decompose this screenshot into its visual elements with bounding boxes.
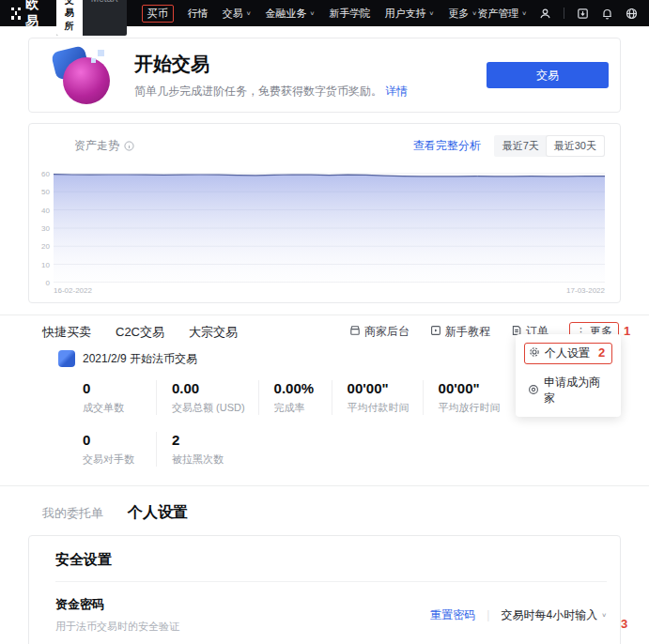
y-tick-label: 30 [41,223,50,232]
chart-x-axis: 16-02-2022 17-03-2022 [54,286,605,295]
brand-logo[interactable]: 欧易 [11,0,47,30]
y-tick-label: 40 [41,206,50,214]
tab-my-orders[interactable]: 我的委托单 [42,505,103,522]
main-nav: 买币 行情 交易∨ 金融业务∨ 新手学院 用户支持∨ 更多∨ [142,5,477,23]
y-tick-label: 60 [41,169,50,177]
avatar[interactable] [58,350,75,367]
merchant-portal-button[interactable]: 商家后台 [349,324,409,340]
fund-password-desc: 用于法币交易时的安全验证 [55,620,179,634]
trading-since-text: 2021/2/9 开始法币交易 [83,351,197,367]
details-link[interactable]: 详情 [385,84,408,98]
y-tick-label: 20 [41,242,50,251]
gear-icon [529,346,540,360]
mode-tab-metax[interactable]: MetaX [83,0,127,36]
brand-name: 欧易 [25,0,47,30]
trade-tabs: 快捷买卖 C2C交易 大宗交易 [42,324,238,341]
range-segmented-control: 最近7天 最近30天 [494,135,605,157]
reset-password-link[interactable]: 重置密码 [430,607,475,623]
tab-c2c-trade[interactable]: C2C交易 [116,324,164,341]
y-tick-label: 0 [46,279,50,287]
y-tick-label: 10 [41,260,50,268]
divider [55,581,607,582]
nav-item-markets[interactable]: 行情 [188,7,209,21]
stat-total-volume: 0.00 交易总额 (USD) [156,380,258,415]
annotation-step-2: 2 [598,345,605,360]
menu-item-apply-merchant[interactable]: 申请成为商家 [524,373,612,408]
hero-text: 开始交易 简单几步完成进阶任务，免费获得数字货币奖励。 详情 [134,52,408,100]
nav-item-academy[interactable]: 新手学院 [329,7,370,21]
bell-icon[interactable] [601,8,613,20]
chevron-down-icon: ∨ [310,10,316,17]
chevron-down-icon: ∨ [246,10,252,17]
stat-avg-payment-time: 00'00" 平均付款时间 [332,380,423,415]
stat-blocked-count: 2 被拉黑次数 [156,432,237,467]
okx-logo-icon [11,8,21,20]
start-trading-card: 开始交易 简单几步完成进阶任务，免费获得数字货币奖励。 详情 交易 [28,38,621,113]
assets-menu[interactable]: 资产管理∨ [477,7,527,21]
full-analysis-link[interactable]: 查看完整分析 [413,138,481,154]
nav-item-more[interactable]: 更多∨ [448,7,477,21]
mascot-illustration [52,46,110,104]
chevron-down-icon: ∨ [471,10,477,17]
page-title: 开始交易 [134,52,408,77]
security-section-title: 安全设置 [55,551,607,569]
stat-avg-release-time: 00'00" 平均放行时间 [423,380,514,415]
asset-area-chart [54,168,605,283]
mode-tab-exchange[interactable]: 交易所 [56,0,83,36]
annotation-step-1: 1 [624,324,630,338]
tab-block-trade[interactable]: 大宗交易 [189,324,238,341]
storefront-icon [349,325,361,339]
password-frequency-select[interactable]: 交易时每4小时输入 ∨ [501,607,607,623]
hero-subtitle: 简单几步完成进阶任务，免费获得数字货币奖励。 详情 [134,84,408,100]
y-tick-label: 50 [41,188,50,196]
annotation-step-3: 3 [621,617,627,631]
nav-item-trade[interactable]: 交易∨ [223,7,252,21]
chevron-down-icon: ∨ [428,10,434,17]
stat-completed-orders: 0 成交单数 [83,380,156,415]
chevron-down-icon: ∨ [521,10,527,17]
x-label-start: 16-02-2022 [54,286,92,295]
nav-divider [564,8,564,19]
nav-item-support[interactable]: 用户支持∨ [384,7,434,21]
nav-item-buy-crypto[interactable]: 买币 [142,5,174,23]
settings-section-tabs: 我的委托单 个人设置 [28,503,621,523]
globe-icon[interactable] [626,8,638,20]
merchant-badge-icon [528,384,539,398]
fund-password-label: 资金密码 [55,596,179,613]
chart-y-axis: 6050403020100 [37,168,54,283]
download-icon[interactable] [577,8,589,20]
security-settings-card: 安全设置 资金密码 用于法币交易时的安全验证 重置密码 | 交易时每4小时输入 … [28,535,621,644]
chart-title: 资产走势 [74,138,119,154]
chevron-down-icon: ∨ [601,612,607,619]
range-tab-30d[interactable]: 最近30天 [547,136,604,156]
asset-trend-card: 资产走势 查看完整分析 最近7天 最近30天 6050403020100 16-… [28,123,621,303]
mode-switch: 交易所 MetaX [56,0,127,36]
tutorial-button[interactable]: 新手教程 [430,324,490,340]
chart-body: 6050403020100 16-02-2022 17-03-2022 [37,168,605,283]
nav-item-finance[interactable]: 金融业务∨ [266,7,316,21]
tab-personal-settings[interactable]: 个人设置 [128,503,188,523]
fund-password-row: 资金密码 用于法币交易时的安全验证 重置密码 | 交易时每4小时输入 ∨ [55,596,607,634]
x-label-end: 17-03-2022 [566,286,605,295]
tutorial-icon [430,325,441,339]
user-icon[interactable] [539,8,551,20]
top-navbar: 欧易 交易所 MetaX 买币 行情 交易∨ 金融业务∨ 新手学院 用户支持∨ … [0,0,649,26]
range-tab-7d[interactable]: 最近7天 [495,136,547,156]
stat-counterparties: 0 交易对手数 [83,432,156,467]
tab-express-trade[interactable]: 快捷买卖 [42,324,91,341]
navbar-right: 资产管理∨ [477,7,638,21]
divider: | [487,608,489,621]
stats-row-2: 0 交易对手数 2 被拉黑次数 [83,432,621,467]
chart-header: 资产走势 查看完整分析 最近7天 最近30天 [37,135,605,157]
trade-button[interactable]: 交易 [487,62,609,88]
info-icon[interactable] [124,141,134,151]
stat-completion-rate: 0.00% 完成率 [258,380,332,415]
